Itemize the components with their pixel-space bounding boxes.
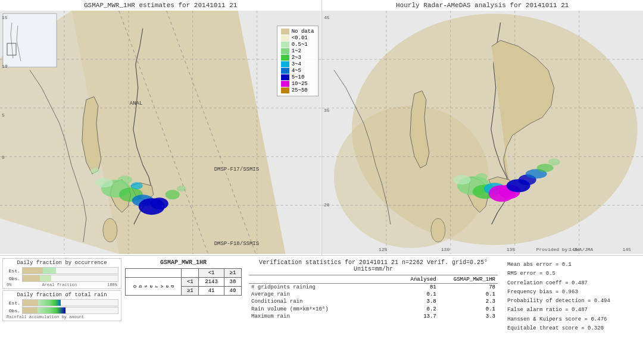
legend-item-1025: 10~25 (281, 81, 314, 87)
contingency-area: GSMAP_MWR_1HR <1 ≥1 Observed <1 2143 (124, 258, 243, 362)
svg-rect-24 (3, 14, 57, 67)
stats-row-1: Average rain 0.1 0.1 (249, 291, 498, 298)
occurrence-chart: Daily fraction by occurrence Est. Obs. 0… (2, 258, 121, 289)
svg-text:Provided by: JWA/JMA: Provided by: JWA/JMA (536, 247, 593, 252)
row-header-1: <1 (182, 278, 199, 287)
est-rain-bar (23, 300, 61, 306)
legend-item-34: 3~4 (281, 61, 314, 67)
metric-3: Frequency bias = 0.963 (507, 288, 637, 297)
legend-color-12 (281, 48, 289, 54)
legend-item-45: 4~5 (281, 68, 314, 74)
stats-val2-1: 3.8 (400, 298, 439, 305)
metric-0: Mean abs error = 0.1 (507, 261, 637, 269)
legend-label-510: 5~10 (292, 74, 305, 80)
rain-axis: Rainfall accumulation by amount (5, 315, 118, 319)
left-map-canvas: 15 10 5 0 ANAL DMSP-F17/SSMIS DMSP-F18/S… (0, 11, 322, 254)
stats-col-gsmap: GSMAP_MWR_1HR (439, 275, 498, 284)
bottom-section: Daily fraction by occurrence Est. Obs. 0… (0, 256, 643, 364)
legend-label-2550: 25~50 (292, 87, 308, 93)
svg-point-16 (151, 197, 168, 209)
svg-text:ANAL: ANAL (130, 101, 143, 106)
legend-label-23: 2~3 (292, 55, 301, 61)
metric-4: Probability of detection = 0.494 (507, 297, 637, 306)
est-rain-row: Est. (5, 299, 118, 306)
contingency-empty (126, 269, 182, 278)
stats-label-0: # gridpoints raining (249, 284, 400, 291)
svg-point-56 (452, 175, 470, 184)
svg-text:DMSP-F18/SSMIS: DMSP-F18/SSMIS (214, 241, 259, 247)
maps-section: GSMAP_MWR_1HR estimates for 20141011 21 (0, 0, 643, 256)
stats-val4-2: 3.3 (439, 313, 498, 320)
legend-label-001: <0.01 (292, 35, 308, 41)
obs-rain-label: Obs. (5, 308, 20, 313)
legend-color-45 (281, 68, 289, 74)
stats-val4-1: 13.7 (400, 313, 439, 320)
cell-b: 38 (224, 278, 241, 287)
est-rain-label: Est. (5, 300, 20, 306)
svg-text:45: 45 (323, 15, 329, 20)
svg-text:135: 135 (506, 247, 515, 252)
svg-text:20: 20 (323, 202, 329, 208)
left-map-svg: 15 10 5 0 ANAL DMSP-F17/SSMIS DMSP-F18/S… (0, 11, 322, 254)
main-container: GSMAP_MWR_1HR estimates for 20141011 21 (0, 0, 643, 364)
stats-col-empty (249, 275, 400, 284)
row-header-2: ≥1 (182, 287, 199, 296)
legend-label-45: 4~5 (292, 68, 301, 74)
charts-area: Daily fraction by occurrence Est. Obs. 0… (2, 258, 121, 362)
contingency-table: <1 ≥1 Observed <1 2143 38 ≥1 41 40 (125, 268, 242, 296)
svg-point-20 (90, 168, 100, 174)
svg-point-58 (475, 173, 487, 180)
col-header-2: ≥1 (224, 269, 241, 278)
stats-row-4: Maximum rain 13.7 3.3 (249, 313, 498, 320)
obs-bar-container (22, 275, 118, 282)
legend-label-nodata: No data (292, 29, 314, 34)
metric-6: Hanssen & Kuipers score = 0.476 (507, 315, 637, 324)
legend-item-001: <0.01 (281, 35, 314, 41)
contingency-title: GSMAP_MWR_1HR (125, 259, 242, 266)
cell-d: 40 (224, 287, 241, 296)
stats-col-analysed: Analysed (400, 275, 439, 284)
obs-rain-bar (23, 307, 65, 313)
legend-item-2550: 25~50 (281, 87, 314, 93)
svg-text:15: 15 (2, 15, 8, 20)
occurrence-title: Daily fraction by occurrence (5, 260, 118, 266)
stats-table: Analysed GSMAP_MWR_1HR # gridpoints rain… (249, 275, 498, 320)
obs-occurrence-row: Obs. (5, 275, 118, 282)
est-rain-container (22, 299, 118, 306)
legend-color-05 (281, 42, 289, 48)
legend-item-12: 1~2 (281, 48, 314, 54)
svg-text:0: 0 (2, 155, 5, 160)
stats-val2-2: 2.3 (439, 298, 498, 305)
stats-row-3: Rain volume (mm×km²×10⁶) 0.2 0.1 (249, 305, 498, 313)
legend-item-510: 5~10 (281, 74, 314, 80)
axis-mid: Areal fraction (42, 283, 77, 287)
right-map-canvas: 45 35 20 125 130 135 140 145 Provided by… (322, 11, 644, 254)
legend-item-nodata: No data (281, 29, 314, 34)
stats-label-4: Maximum rain (249, 313, 400, 320)
svg-point-21 (166, 190, 180, 199)
est-bar (23, 268, 56, 274)
est-label: Est. (5, 268, 20, 274)
stats-val0-1: 81 (400, 284, 439, 291)
rain-chart: Daily fraction of total rain Est. Obs. R… (2, 290, 121, 321)
metric-5: False alarm ratio = 0.487 (507, 306, 637, 315)
svg-text:130: 130 (441, 247, 450, 252)
svg-point-18 (118, 175, 132, 184)
legend-color-2550 (281, 87, 289, 93)
left-map-panel: GSMAP_MWR_1HR estimates for 20141011 21 (0, 0, 322, 255)
stats-row-0: # gridpoints raining 81 78 (249, 284, 498, 291)
legend-item-05: 0.5~1 (281, 42, 314, 48)
svg-point-57 (548, 158, 560, 165)
legend-color-1025 (281, 81, 289, 87)
stats-val0-2: 78 (439, 284, 498, 291)
right-map-title: Hourly Radar-AMeDAS analysis for 2014101… (322, 0, 644, 11)
occurrence-axis: 0% Areal fraction 100% (5, 283, 118, 287)
obs-rain-container (22, 307, 118, 314)
axis-0: 0% (7, 283, 11, 287)
svg-text:125: 125 (378, 247, 387, 252)
svg-point-11 (103, 218, 117, 242)
svg-point-17 (95, 178, 113, 187)
legend-color-nodata (281, 29, 289, 34)
legend-label-1025: 10~25 (292, 81, 308, 87)
legend-label-05: 0.5~1 (292, 42, 308, 48)
